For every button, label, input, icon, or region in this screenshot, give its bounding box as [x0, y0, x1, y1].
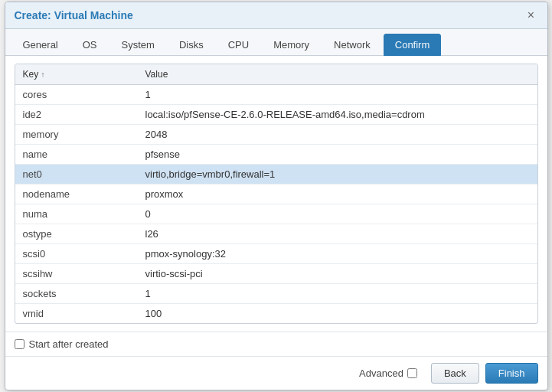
table-body: cores1ide2local:iso/pfSense-CE-2.6.0-REL…: [15, 85, 537, 324]
dialog-title: Create: Virtual Machine: [15, 9, 133, 21]
cell-value: pfsense: [138, 145, 537, 165]
footer-right: Advanced Back Finish: [5, 356, 547, 390]
table-row[interactable]: namepfsense: [15, 145, 537, 165]
table-row[interactable]: scsi0pmox-synology:32: [15, 244, 537, 264]
cell-key: cores: [15, 85, 138, 105]
tab-memory[interactable]: Memory: [262, 34, 321, 56]
table-row[interactable]: vmid100: [15, 304, 537, 324]
cell-key: numa: [15, 204, 138, 224]
table-row[interactable]: net0virtio,bridge=vmbr0,firewall=1: [15, 165, 537, 185]
footer-left: Start after created: [5, 332, 547, 356]
create-vm-dialog: Create: Virtual Machine × General OS Sys…: [5, 2, 548, 390]
advanced-area: Advanced: [359, 368, 417, 379]
table-row[interactable]: ide2local:iso/pfSense-CE-2.6.0-RELEASE-a…: [15, 105, 537, 125]
cell-key: ostype: [15, 224, 138, 244]
cell-key: memory: [15, 125, 138, 145]
cell-key: sockets: [15, 284, 138, 304]
advanced-checkbox[interactable]: [407, 368, 417, 378]
cell-value: 1: [138, 284, 537, 304]
advanced-label: Advanced: [359, 368, 403, 379]
tab-network[interactable]: Network: [322, 34, 382, 56]
col-header-value: Value: [138, 64, 537, 85]
cell-key: scsihw: [15, 264, 138, 284]
dialog-header: Create: Virtual Machine ×: [5, 2, 547, 29]
cell-value: pmox-synology:32: [138, 244, 537, 264]
tab-general[interactable]: General: [11, 34, 70, 56]
tab-content: Key ↑ Value cores1ide2local:iso/pfSense-…: [5, 56, 547, 332]
tab-confirm[interactable]: Confirm: [384, 34, 442, 56]
table-row[interactable]: scsihwvirtio-scsi-pci: [15, 264, 537, 284]
tab-os[interactable]: OS: [71, 34, 109, 56]
cell-value: 1: [138, 85, 537, 105]
cell-value: virtio,bridge=vmbr0,firewall=1: [138, 165, 537, 185]
sort-arrow-icon: ↑: [41, 70, 45, 79]
finish-button[interactable]: Finish: [485, 363, 538, 384]
table-row[interactable]: ostypel26: [15, 224, 537, 244]
start-after-checkbox[interactable]: [15, 339, 24, 349]
close-button[interactable]: ×: [524, 8, 538, 22]
back-button[interactable]: Back: [431, 363, 479, 384]
cell-value: virtio-scsi-pci: [138, 264, 537, 284]
config-table-container: Key ↑ Value cores1ide2local:iso/pfSense-…: [15, 64, 538, 324]
cell-value: 0: [138, 204, 537, 224]
cell-value: 100: [138, 304, 537, 324]
config-table: Key ↑ Value cores1ide2local:iso/pfSense-…: [15, 64, 537, 323]
col-header-key[interactable]: Key ↑: [15, 64, 138, 85]
cell-key: ide2: [15, 105, 138, 125]
table-row[interactable]: nodenameproxmox: [15, 185, 537, 204]
table-header-row: Key ↑ Value: [15, 64, 537, 85]
cell-key: scsi0: [15, 244, 138, 264]
cell-key: net0: [15, 165, 138, 185]
table-row[interactable]: numa0: [15, 204, 537, 224]
tab-cpu[interactable]: CPU: [217, 34, 260, 56]
cell-value: l26: [138, 224, 537, 244]
tab-bar: General OS System Disks CPU Memory Netwo…: [5, 29, 547, 56]
cell-key: name: [15, 145, 138, 165]
cell-key: vmid: [15, 304, 138, 324]
cell-value: 2048: [138, 125, 537, 145]
start-after-label[interactable]: Start after created: [29, 338, 109, 350]
table-row[interactable]: cores1: [15, 85, 537, 105]
tab-disks[interactable]: Disks: [168, 34, 215, 56]
table-row[interactable]: memory2048: [15, 125, 537, 145]
cell-value: local:iso/pfSense-CE-2.6.0-RELEASE-amd64…: [138, 105, 537, 125]
table-row[interactable]: sockets1: [15, 284, 537, 304]
cell-value: proxmox: [138, 185, 537, 204]
tab-system[interactable]: System: [110, 34, 166, 56]
cell-key: nodename: [15, 185, 138, 204]
